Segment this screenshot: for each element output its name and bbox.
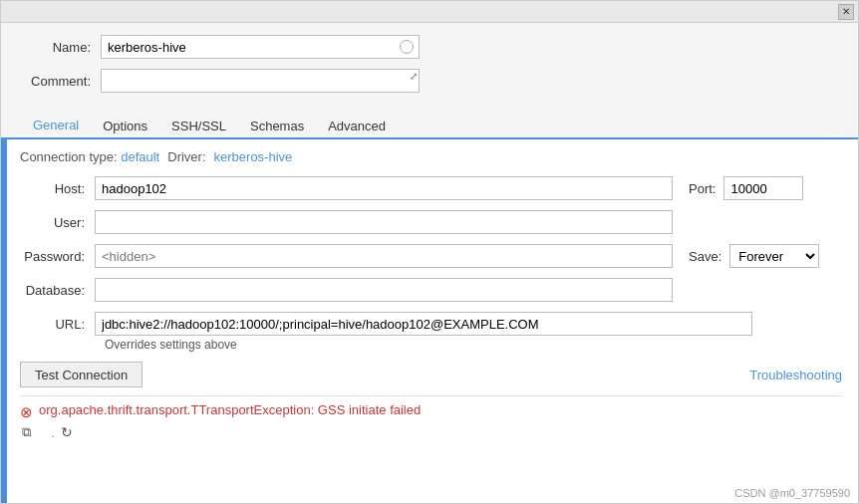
test-connection-row: Test Connection Troubleshooting [20,362,842,387]
name-row: Name: [21,35,838,59]
watermark: CSDN @m0_37759590 [734,487,850,499]
database-label: Database: [20,283,95,298]
port-group: Port: [689,176,803,200]
expand-icon[interactable]: ⤢ [410,71,418,82]
host-label: Host: [20,181,95,196]
test-connection-button[interactable]: Test Connection [20,362,143,387]
user-label: User: [20,215,95,230]
error-icon: ⊗ [20,403,33,421]
copy-icon[interactable]: ⧉ [22,424,31,440]
error-row: ⊗ org.apache.thrift.transport.TTransport… [20,402,842,421]
tabs-bar: General Options SSH/SSL Schemas Advanced [1,111,858,139]
comment-row: Comment: ⤢ [21,69,838,93]
name-input[interactable] [101,35,420,59]
password-label: Password: [20,249,95,264]
user-row: User: [20,210,842,234]
comment-input[interactable] [101,69,420,93]
error-dot: . [51,425,55,440]
url-row: URL: Overrides settings above [20,312,842,358]
conn-type-value[interactable]: default [121,149,159,164]
port-label: Port: [689,181,716,196]
refresh-icon[interactable]: ↻ [61,424,73,440]
error-text: org.apache.thrift.transport.TTransportEx… [39,402,421,417]
save-select[interactable]: Forever Session Never [729,244,819,268]
left-accent [4,139,7,503]
tab-general[interactable]: General [21,113,91,139]
tab-ssh-ssl[interactable]: SSH/SSL [159,113,238,139]
dialog-container: ✕ Name: Comment: ⤢ General Options SSH/S… [0,0,859,504]
password-input[interactable] [95,244,673,268]
port-input[interactable] [723,176,803,200]
url-row-inner: URL: [20,312,842,336]
comment-label: Comment: [21,74,101,89]
conn-type-label: Connection type: [20,149,118,164]
host-row: Host: Port: [20,176,842,200]
tab-options[interactable]: Options [91,113,159,139]
error-area: ⊗ org.apache.thrift.transport.TTransport… [20,395,842,440]
connection-info-row: Connection type: default Driver: kerbero… [20,149,842,164]
connection-panel: Connection type: default Driver: kerbero… [1,139,858,503]
host-input[interactable] [95,176,673,200]
save-label: Save: [689,249,721,264]
close-button[interactable]: ✕ [838,4,854,20]
name-circle-icon [400,40,414,54]
top-form: Name: Comment: ⤢ [1,23,858,111]
database-input[interactable] [95,278,673,302]
tab-schemas[interactable]: Schemas [238,113,316,139]
url-label: URL: [20,317,95,332]
title-bar: ✕ [1,1,858,23]
name-label: Name: [21,40,101,55]
driver-label: Driver: [167,149,205,164]
save-group: Save: Forever Session Never [689,244,819,268]
overrides-text: Overrides settings above [105,338,842,352]
name-wrapper [101,35,420,59]
troubleshooting-link[interactable]: Troubleshooting [749,368,842,382]
error-actions-row: ⧉ . ↻ [20,424,842,440]
comment-wrapper: ⤢ [101,69,420,93]
user-input[interactable] [95,210,673,234]
driver-value[interactable]: kerberos-hive [214,149,293,164]
database-row: Database: [20,278,842,302]
password-row: Password: Save: Forever Session Never [20,244,842,268]
tab-advanced[interactable]: Advanced [316,113,398,139]
url-input[interactable] [95,312,752,336]
